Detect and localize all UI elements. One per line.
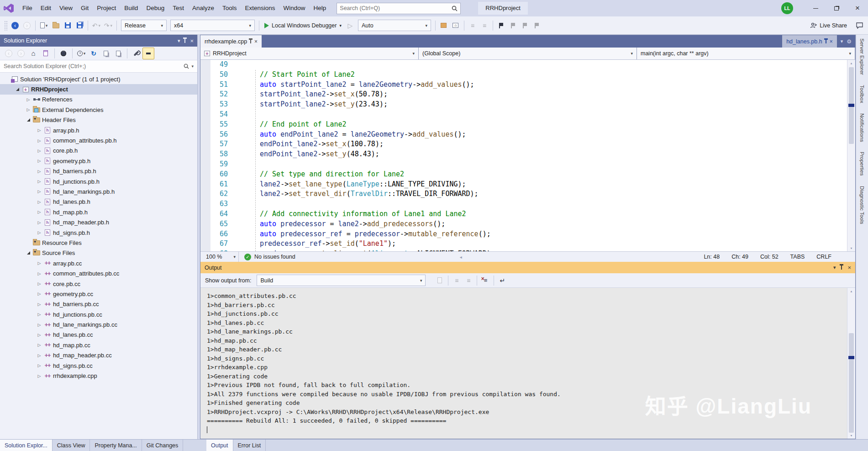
tree-expander-icon[interactable]: ▷ (36, 179, 43, 184)
user-avatar[interactable]: LL (781, 2, 793, 14)
quick-search-input[interactable] (340, 5, 452, 11)
tree-expander-icon[interactable]: ▷ (36, 169, 43, 174)
nest-files-icon[interactable] (100, 48, 112, 59)
search-options-caret-icon[interactable]: ▾ (191, 64, 194, 69)
tree-expander-icon[interactable]: ▷ (36, 189, 43, 194)
health-check-icon[interactable]: ✓ (244, 254, 251, 260)
tree-item[interactable]: ▷References (0, 95, 197, 105)
scroll-down-icon[interactable]: ▾ (847, 246, 855, 250)
home-icon[interactable]: ⌂ (27, 48, 39, 59)
tree-expander-icon[interactable]: ▷ (36, 200, 43, 204)
tree-expander-icon[interactable]: ▷ (36, 323, 43, 327)
code-line[interactable]: 60// Set type and direction for Lane2 (200, 170, 855, 180)
menu-view[interactable]: View (55, 0, 77, 16)
toolbar-grip[interactable] (4, 21, 8, 31)
switch-views-icon[interactable] (58, 48, 69, 59)
output-title-bar[interactable]: Output ▾ × (200, 262, 855, 273)
solution-scope-icon[interactable] (438, 20, 450, 32)
tree-expander-icon[interactable]: ▷ (36, 210, 43, 214)
scroll-up-icon[interactable]: ▴ (847, 289, 855, 293)
line-indicator[interactable]: Ln: 48 (704, 254, 720, 260)
window-position-icon[interactable]: ▾ (833, 265, 836, 271)
line-outdent-icon[interactable]: ≡ (479, 20, 490, 32)
solution-platform-dropdown[interactable]: x64▾ (170, 20, 255, 31)
menu-debug[interactable]: Debug (142, 0, 168, 16)
scrollbar-thumb[interactable] (849, 333, 854, 433)
tree-item[interactable]: ▷hhd_lanes.pb.h (0, 197, 197, 207)
tree-expander-icon[interactable]: ▷ (36, 281, 43, 286)
chevron-down-icon[interactable]: ▾ (339, 23, 342, 28)
tree-expander-icon[interactable]: ▷ (36, 271, 43, 276)
tree-item[interactable]: ▷++common_attributes.pb.cc (0, 268, 197, 278)
tree-expander-icon[interactable]: ▷ (36, 220, 43, 225)
tree-expander-icon[interactable]: ▷ (36, 363, 43, 368)
tree-item[interactable]: ▷++hd_lanes.pb.cc (0, 330, 197, 340)
tree-expander-icon[interactable]: ▷ (36, 292, 43, 296)
refresh-icon[interactable]: ↻ (88, 48, 100, 59)
tree-item[interactable]: Resource Files (0, 238, 197, 248)
send-feedback-button[interactable] (853, 20, 865, 32)
menu-file[interactable]: File (18, 0, 37, 16)
right-tab-server-explorer[interactable]: Server Explorer (859, 38, 865, 75)
tree-expander-icon[interactable]: ▷ (36, 261, 43, 265)
tree-expander-icon[interactable]: ▷ (36, 374, 43, 378)
code-line[interactable]: 66auto predecessor_ref = predecessor->mu… (200, 229, 855, 239)
tree-item[interactable]: ▷++hd_barriers.pb.cc (0, 299, 197, 309)
solution-explorer-title-bar[interactable]: Solution Explorer ▾ × (0, 35, 197, 47)
tab-list-caret-icon[interactable]: ▾ (841, 38, 843, 44)
bottom-tab-property-mana-[interactable]: Property Mana... (90, 440, 142, 451)
menu-test[interactable]: Test (168, 0, 188, 16)
bottom-tab-class-view[interactable]: Class View (53, 440, 90, 451)
save-icon[interactable] (62, 20, 74, 32)
pin-icon[interactable] (184, 39, 185, 43)
tree-expander-icon[interactable] (25, 118, 32, 122)
tree-item[interactable]: ▷++hd_junctions.pb.cc (0, 309, 197, 319)
tab-rrhdexample-cpp[interactable]: rrhdexample.cpp × (200, 35, 262, 48)
bottom-tab-git-changes[interactable]: Git Changes (142, 440, 183, 451)
undo-icon[interactable]: ↶▾ (90, 20, 102, 32)
output-vertical-scrollbar[interactable]: ▴ ▾ (847, 288, 855, 439)
code-line[interactable]: 62lane2->set_travel_dir(TravelDir::TRAVE… (200, 189, 855, 199)
restore-button[interactable] (826, 0, 847, 16)
tree-item[interactable]: ▷hhd_junctions.pb.h (0, 176, 197, 186)
editor-vertical-scrollbar[interactable]: ▴ ▾ (847, 60, 855, 251)
tree-item[interactable]: ▷harray.pb.h (0, 125, 197, 135)
code-line[interactable]: 59 (200, 159, 855, 170)
minimize-button[interactable] (805, 0, 826, 16)
scroll-up-icon[interactable]: ▴ (847, 61, 855, 65)
save-all-icon[interactable] (74, 20, 85, 32)
tree-item[interactable]: Source Files (0, 248, 197, 258)
tree-expander-icon[interactable]: ▷ (36, 230, 43, 235)
tree-item[interactable]: ▷hcore.pb.h (0, 146, 197, 156)
menu-git[interactable]: Git (77, 0, 93, 16)
bottom-tab-error-list[interactable]: Error List (233, 440, 266, 451)
code-line[interactable]: 61lane2->set_lane_type(LaneType::LANE_TY… (200, 180, 855, 190)
pin-icon[interactable] (841, 265, 842, 270)
close-tab-icon[interactable]: × (830, 38, 833, 45)
tree-item[interactable]: ▷++geometry.pb.cc (0, 289, 197, 299)
clear-bookmarks-icon[interactable] (531, 20, 543, 32)
navigate-forward-icon[interactable]: › (21, 20, 33, 32)
tab-hd-lanes-pb-h[interactable]: hd_lanes.pb.h × (782, 35, 837, 48)
tree-item[interactable]: ▷hhd_map.pb.h (0, 207, 197, 217)
code-line[interactable]: 64// Add connectivity information of Lan… (200, 209, 855, 219)
menu-window[interactable]: Window (279, 0, 310, 16)
toggle-bookmark-icon[interactable] (495, 20, 507, 32)
tree-expander-icon[interactable] (14, 87, 21, 92)
tree-item[interactable]: ▷hhd_lane_markings.pb.h (0, 186, 197, 196)
pin-tab-icon[interactable] (826, 40, 826, 43)
tree-expander-icon[interactable]: ▷ (25, 97, 32, 102)
solution-explorer-search[interactable]: ▾ (0, 60, 197, 73)
code-line[interactable]: 51auto startPoint_lane2 = lane2Geometry-… (200, 80, 855, 90)
navigate-backward-icon[interactable]: ‹ (9, 20, 21, 32)
menu-extensions[interactable]: Extensions (241, 0, 279, 16)
tree-expander-icon[interactable]: ▷ (36, 343, 43, 347)
eol-indicator[interactable]: CRLF (816, 254, 831, 260)
menu-build[interactable]: Build (120, 0, 142, 16)
right-tab-toolbox[interactable]: Toolbox (859, 85, 865, 103)
member-dropdown[interactable]: main(int argc, char ** argv)▾ (637, 48, 855, 59)
preview-selected-items-icon[interactable] (142, 48, 154, 59)
zoom-dropdown[interactable]: 100 % ▾ (203, 252, 239, 262)
find-message-icon[interactable] (434, 275, 446, 287)
column-indicator[interactable]: Col: 52 (760, 254, 779, 260)
